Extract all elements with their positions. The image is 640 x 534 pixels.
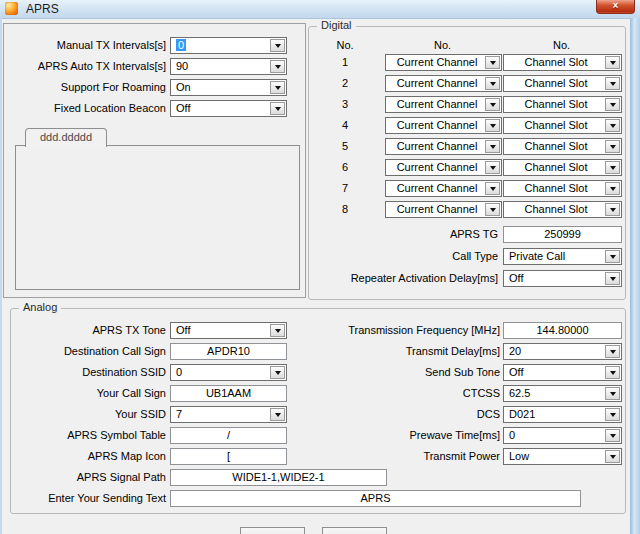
aprs-tx-tone-select[interactable]: Off (170, 322, 287, 339)
chevron-down-icon[interactable] (485, 182, 500, 195)
digital-slot-select-3[interactable]: Channel Slot (503, 96, 622, 113)
chevron-down-icon[interactable] (605, 250, 620, 263)
cancel-button[interactable] (322, 527, 387, 534)
digital-header-slot: No. (503, 39, 620, 51)
digital-slot-select-2[interactable]: Channel Slot (503, 75, 622, 92)
aprs-auto-tx-intervals-select[interactable]: 90 (170, 58, 287, 75)
destination-ssid-select[interactable]: 0 (170, 364, 287, 381)
chevron-down-icon[interactable] (485, 98, 500, 111)
send-sub-tone-select[interactable]: Off (503, 364, 622, 381)
repeater-activation-delay-select[interactable]: Off (503, 270, 622, 287)
chevron-down-icon[interactable] (270, 81, 285, 94)
title-bar: APRS (0, 0, 640, 19)
chevron-down-icon[interactable] (270, 102, 285, 115)
digital-channel-select-7[interactable]: Current Channel (385, 180, 502, 197)
chevron-down-icon[interactable] (605, 182, 620, 195)
chevron-down-icon[interactable] (485, 56, 500, 69)
label-your-ssid: Your SSID (115, 408, 166, 420)
digital-header-channel: No. (385, 39, 500, 51)
chevron-down-icon[interactable] (605, 161, 620, 174)
chevron-down-icon[interactable] (270, 39, 285, 52)
digital-channel-select-6[interactable]: Current Channel (385, 159, 502, 176)
destination-call-sign-input[interactable]: APDR10 (170, 343, 287, 360)
digital-row-no: 2 (320, 77, 370, 89)
chevron-down-icon[interactable] (485, 161, 500, 174)
manual-tx-intervals-select[interactable]: 0 (170, 37, 287, 54)
prewave-time-select[interactable]: 0 (503, 427, 622, 444)
aprs-map-icon-input[interactable]: [ (170, 448, 287, 465)
support-for-roaming-select[interactable]: On (170, 79, 287, 96)
chevron-down-icon[interactable] (485, 77, 500, 90)
aprs-symbol-table-input[interactable]: / (170, 427, 287, 444)
close-button[interactable]: × (596, 0, 635, 14)
chevron-down-icon[interactable] (605, 56, 620, 69)
chevron-down-icon[interactable] (605, 408, 620, 421)
label-destination-ssid: Destination SSID (82, 366, 166, 378)
digital-row-no: 6 (320, 161, 370, 173)
label-support-for-roaming: Support For Roaming (61, 81, 166, 93)
label-aprs-tx-tone: APRS TX Tone (92, 324, 166, 336)
digital-slot-select-7[interactable]: Channel Slot (503, 180, 622, 197)
dcs-select[interactable]: D021 (503, 406, 622, 423)
digital-channel-select-8[interactable]: Current Channel (385, 201, 502, 218)
aprs-signal-path-input[interactable]: WIDE1-1,WIDE2-1 (170, 469, 387, 486)
chevron-down-icon[interactable] (605, 345, 620, 358)
position-tab-page (15, 145, 300, 290)
digital-row-no: 5 (320, 140, 370, 152)
digital-slot-select-8[interactable]: Channel Slot (503, 201, 622, 218)
digital-slot-select-5[interactable]: Channel Slot (503, 138, 622, 155)
fixed-location-beacon-select[interactable]: Off (170, 100, 287, 117)
chevron-down-icon[interactable] (605, 450, 620, 463)
label-repeater-activation-delay: Repeater Activation Delay[ms] (351, 272, 498, 284)
digital-header-no: No. (320, 39, 370, 51)
chevron-down-icon[interactable] (270, 408, 285, 421)
window-title: APRS (26, 2, 59, 16)
chevron-down-icon[interactable] (270, 366, 285, 379)
label-sending-text: Enter Your Sending Text (48, 492, 166, 504)
aprs-tg-input[interactable]: 250999 (503, 226, 622, 243)
call-type-select[interactable]: Private Call (503, 248, 622, 265)
chevron-down-icon[interactable] (485, 119, 500, 132)
digital-channel-select-3[interactable]: Current Channel (385, 96, 502, 113)
chevron-down-icon[interactable] (605, 272, 620, 285)
chevron-down-icon[interactable] (605, 366, 620, 379)
label-aprs-symbol-table: APRS Symbol Table (67, 429, 166, 441)
label-transmit-power: Transmit Power (423, 450, 500, 462)
ok-button[interactable] (240, 527, 305, 534)
digital-channel-select-1[interactable]: Current Channel (385, 54, 502, 71)
digital-channel-select-4[interactable]: Current Channel (385, 117, 502, 134)
label-ctcss: CTCSS (463, 387, 500, 399)
label-aprs-tg: APRS TG (450, 228, 498, 240)
digital-channel-select-5[interactable]: Current Channel (385, 138, 502, 155)
digital-slot-select-4[interactable]: Channel Slot (503, 117, 622, 134)
chevron-down-icon[interactable] (605, 98, 620, 111)
label-call-type: Call Type (452, 250, 498, 262)
label-aprs-auto-tx-intervals: APRS Auto TX Intervals[s] (38, 60, 166, 72)
transmission-frequency-input[interactable]: 144.80000 (503, 322, 622, 339)
chevron-down-icon[interactable] (485, 203, 500, 216)
chevron-down-icon[interactable] (270, 60, 285, 73)
chevron-down-icon[interactable] (270, 324, 285, 337)
sending-text-input[interactable]: APRS (170, 490, 581, 507)
chevron-down-icon[interactable] (605, 77, 620, 90)
chevron-down-icon[interactable] (605, 203, 620, 216)
your-call-sign-input[interactable]: UB1AAM (170, 385, 287, 402)
label-send-sub-tone: Send Sub Tone (425, 366, 500, 378)
tab-position-format[interactable]: ddd.ddddd (25, 128, 107, 147)
digital-row-no: 8 (320, 203, 370, 215)
window-edge-left (0, 18, 2, 534)
digital-slot-select-1[interactable]: Channel Slot (503, 54, 622, 71)
chevron-down-icon[interactable] (485, 140, 500, 153)
digital-slot-select-6[interactable]: Channel Slot (503, 159, 622, 176)
label-destination-call-sign: Destination Call Sign (64, 345, 166, 357)
chevron-down-icon[interactable] (605, 119, 620, 132)
chevron-down-icon[interactable] (605, 140, 620, 153)
digital-channel-select-2[interactable]: Current Channel (385, 75, 502, 92)
tab-label: ddd.ddddd (40, 131, 92, 143)
transmit-delay-select[interactable]: 20 (503, 343, 622, 360)
your-ssid-select[interactable]: 7 (170, 406, 287, 423)
chevron-down-icon[interactable] (605, 387, 620, 400)
chevron-down-icon[interactable] (605, 429, 620, 442)
ctcss-select[interactable]: 62.5 (503, 385, 622, 402)
transmit-power-select[interactable]: Low (503, 448, 622, 465)
